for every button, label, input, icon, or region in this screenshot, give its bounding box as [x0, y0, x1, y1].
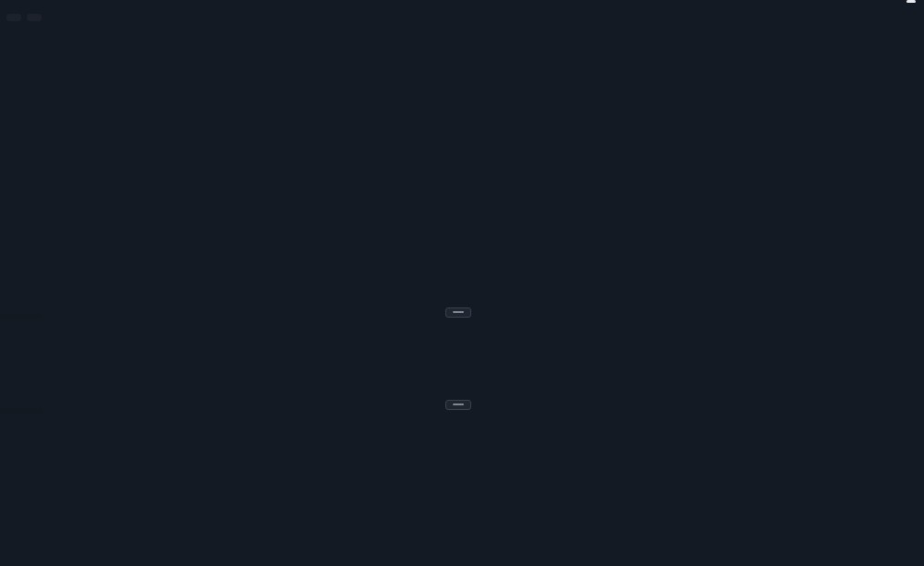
last-price-label [906, 0, 916, 3]
price-mid-button[interactable] [27, 14, 42, 21]
rsi-indicator-chip [0, 408, 43, 414]
trading-chart-app [0, 0, 924, 566]
chart-canvas[interactable] [0, 0, 924, 566]
pane-resize-handle-rsi[interactable] [445, 400, 471, 410]
timeframe-daily-button[interactable] [6, 14, 21, 21]
macd-indicator-chip [0, 314, 43, 319]
pane-resize-handle-macd[interactable] [445, 307, 471, 318]
chart-toolbar [6, 14, 42, 21]
